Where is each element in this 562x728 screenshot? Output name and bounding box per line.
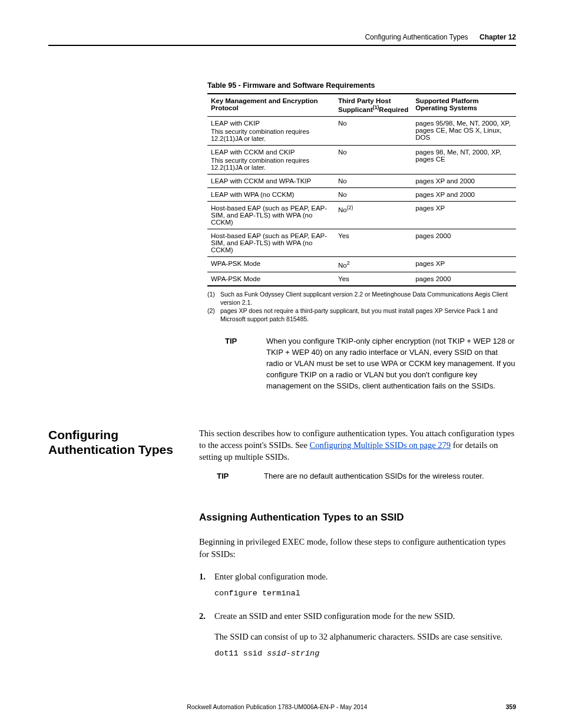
cell-protocol: LEAP with CCKM and WPA-TKIP: [207, 174, 335, 187]
col-supplicant-sup: (1): [373, 104, 379, 110]
cell-supplicant: No: [335, 174, 412, 187]
cell-supplicant: No(2): [335, 201, 412, 229]
requirements-table: Key Management and Encryption Protocol T…: [207, 93, 516, 286]
footer-publication: Rockwell Automation Publication 1783-UM0…: [48, 703, 505, 710]
footnote-num: (1): [207, 290, 220, 307]
tip-label: TIP: [217, 471, 264, 482]
tip-text: There are no default authentication SSID…: [264, 471, 484, 482]
cell-protocol: Host-based EAP (such as PEAP, EAP-SIM, a…: [207, 229, 335, 256]
cell-supplicant-val: No: [338, 262, 347, 269]
col-supplicant: Third Party Host Supplicant(1)Required: [335, 94, 412, 116]
cell-supplicant-sup: (2): [347, 205, 353, 210]
step-item: 1. Enter global configuration mode. conf…: [214, 571, 516, 599]
table-row: WPA-PSK Mode No2 pages XP: [207, 256, 516, 272]
cell-supplicant: No: [335, 145, 412, 174]
header-section: Configuring Authentication Types: [365, 33, 468, 41]
tip-block: TIP There are no default authentication …: [199, 471, 516, 482]
cell-protocol: LEAP with CCKM and CKIP: [211, 149, 295, 156]
cell-supplicant: Yes: [335, 272, 412, 286]
code-block: dot11 ssid ssid-string: [214, 648, 516, 660]
tip-text: When you configure TKIP-only cipher encr…: [266, 336, 516, 391]
cell-supplicant-sup: 2: [347, 260, 350, 266]
step-text: Enter global configuration mode.: [214, 572, 328, 581]
table-row: LEAP with CKIP This security combination…: [207, 116, 516, 145]
col-platforms: Supported Platform Operating Systems: [412, 94, 516, 116]
col-supplicant-post: Required: [379, 106, 408, 113]
footnote: (2) pages XP does not require a third-pa…: [207, 307, 516, 323]
code-em: ssid-string: [267, 649, 319, 658]
table-row: WPA-PSK Mode Yes pages 2000: [207, 272, 516, 286]
code-block: configure terminal: [214, 588, 516, 599]
cell-supplicant: No: [335, 116, 412, 145]
table-row: LEAP with WPA (no CCKM) No pages XP and …: [207, 187, 516, 201]
table-footnotes: (1) Such as Funk Odyssey Client supplica…: [207, 290, 516, 324]
step-number: 2.: [199, 610, 206, 622]
table-row: LEAP with CCKM and WPA-TKIP No pages XP …: [207, 174, 516, 187]
col-protocol: Key Management and Encryption Protocol: [207, 94, 335, 116]
cell-platforms: pages 2000: [412, 229, 516, 256]
cell-protocol: WPA-PSK Mode: [207, 256, 335, 272]
header-chapter: Chapter 12: [480, 33, 516, 41]
page-footer: Rockwell Automation Publication 1783-UM0…: [48, 703, 516, 710]
tip-block: TIP When you configure TKIP-only cipher …: [225, 336, 516, 391]
cell-platforms: pages 2000: [412, 272, 516, 286]
table-row: LEAP with CCKM and CKIP This security co…: [207, 145, 516, 174]
cell-note: This security combination requires 12.2(…: [211, 128, 331, 142]
subsection-lead: Beginning in privileged EXEC mode, follo…: [199, 536, 516, 560]
link-configuring-ssids[interactable]: Configuring Multiple SSIDs on page 279: [309, 440, 451, 450]
cell-note: This security combination requires 12.2(…: [211, 157, 331, 171]
cell-supplicant: No2: [335, 256, 412, 272]
tip-label: TIP: [225, 336, 266, 391]
table-row: Host-based EAP (such as PEAP, EAP-SIM, a…: [207, 201, 516, 229]
page-header: Configuring Authentication Types Chapter…: [48, 33, 516, 46]
cell-platforms: pages 95/98, Me, NT, 2000, XP, pages CE,…: [412, 116, 516, 145]
footnote: (1) Such as Funk Odyssey Client supplica…: [207, 290, 516, 307]
cell-protocol: LEAP with CKIP: [211, 120, 260, 127]
cell-protocol: Host-based EAP (such as PEAP, EAP-SIM, a…: [207, 201, 335, 229]
footnote-text: Such as Funk Odyssey Client supplicant v…: [220, 290, 516, 307]
cell-platforms: pages 98, Me, NT, 2000, XP, pages CE: [412, 145, 516, 174]
cell-supplicant: Yes: [335, 229, 412, 256]
cell-protocol: WPA-PSK Mode: [207, 272, 335, 286]
section-intro: This section describes how to configure …: [199, 427, 516, 463]
step-number: 1.: [199, 571, 206, 582]
code-pre: dot11 ssid: [214, 649, 267, 658]
cell-platforms: pages XP and 2000: [412, 187, 516, 201]
cell-platforms: pages XP and 2000: [412, 174, 516, 187]
subsection-heading: Assigning Authentication Types to an SSI…: [199, 510, 516, 525]
footnote-text: pages XP does not require a third-party …: [220, 307, 516, 323]
cell-platforms: pages XP: [412, 256, 516, 272]
cell-platforms: pages XP: [412, 201, 516, 229]
step-text: Create an SSID and enter SSID configurat…: [214, 611, 455, 621]
step-subtext: The SSID can consist of up to 32 alphanu…: [214, 631, 516, 643]
cell-supplicant-val: No: [338, 206, 347, 213]
steps-list: 1. Enter global configuration mode. conf…: [199, 571, 516, 660]
footnote-num: (2): [207, 307, 220, 323]
cell-protocol: LEAP with WPA (no CCKM): [207, 187, 335, 201]
cell-supplicant: No: [335, 187, 412, 201]
table-row: Host-based EAP (such as PEAP, EAP-SIM, a…: [207, 229, 516, 256]
table-caption: Table 95 - Firmware and Software Require…: [207, 81, 516, 90]
section-heading: Configuring Authentication Types: [48, 427, 199, 670]
footer-page-number: 359: [505, 703, 516, 710]
step-item: 2. Create an SSID and enter SSID configu…: [214, 610, 516, 659]
